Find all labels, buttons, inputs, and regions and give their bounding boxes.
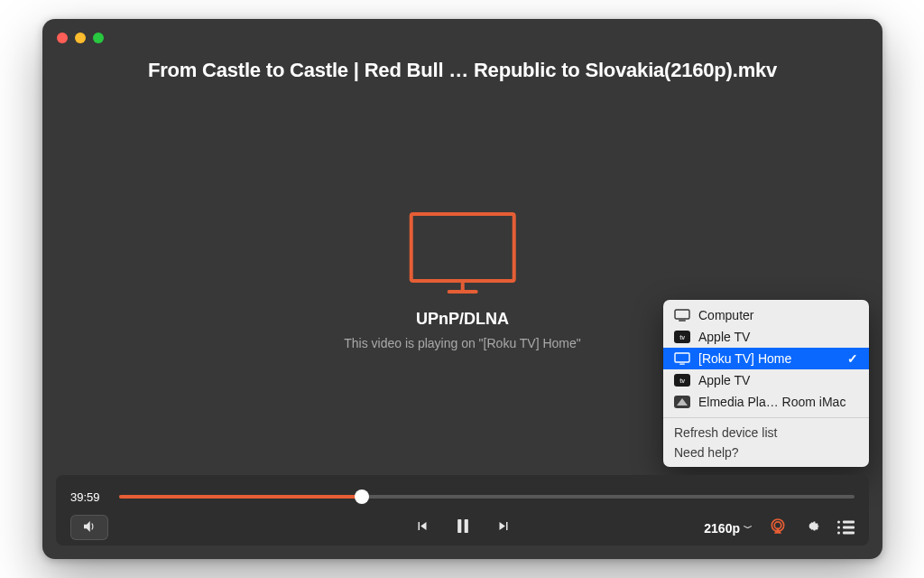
settings-button[interactable]: [803, 517, 821, 538]
playlist-icon: [837, 521, 855, 535]
device-menu-label: Apple TV: [698, 373, 750, 387]
playlist-button[interactable]: [837, 521, 855, 535]
gear-icon: [803, 524, 821, 538]
svg-rect-1: [679, 320, 686, 322]
pause-button[interactable]: [454, 516, 472, 540]
svg-rect-5: [464, 519, 467, 533]
device-menu-label: Elmedia Pla… Room iMac: [698, 395, 845, 409]
tv-icon: [674, 352, 690, 365]
skip-previous-icon: [414, 518, 430, 537]
playback-controls-bar: 39:59: [56, 475, 869, 545]
seek-knob[interactable]: [355, 489, 369, 504]
window-close-button[interactable]: [57, 33, 68, 43]
svg-rect-0: [675, 310, 689, 319]
player-window: From Castle to Castle | Red Bull … Repub…: [42, 19, 882, 559]
airplay-icon: [769, 524, 787, 538]
tv-icon: [408, 205, 516, 294]
cast-protocol-label: UPnP/DLNA: [416, 310, 509, 329]
next-track-button[interactable]: [495, 518, 512, 537]
cast-button[interactable]: [769, 517, 787, 538]
window-minimize-button[interactable]: [75, 33, 86, 43]
controls-row: 2160p ﹀: [70, 509, 855, 545]
device-menu-label: Apple TV: [698, 330, 750, 344]
elmedia-icon: [674, 396, 690, 408]
window-fullscreen-button[interactable]: [93, 33, 104, 43]
svg-rect-2: [675, 353, 689, 362]
quality-selector[interactable]: 2160p ﹀: [704, 520, 753, 535]
elapsed-time-label: 39:59: [70, 490, 108, 504]
secondary-controls: 2160p ﹀: [704, 517, 855, 538]
skip-next-icon: [495, 518, 512, 537]
progress-row: 39:59: [70, 484, 855, 509]
device-menu-item-selected[interactable]: [Roku TV] Home ✓: [663, 348, 869, 369]
quality-label: 2160p: [704, 520, 740, 535]
device-menu-item[interactable]: Computer: [663, 304, 869, 326]
device-menu-item[interactable]: tv Apple TV: [663, 369, 869, 391]
video-title: From Castle to Castle | Red Bull … Repub…: [42, 59, 882, 82]
speaker-icon: [81, 518, 97, 537]
volume-button[interactable]: [70, 515, 108, 540]
device-menu-label: [Roku TV] Home: [698, 351, 791, 366]
menu-action-label: Need help?: [674, 445, 739, 460]
svg-rect-4: [457, 519, 461, 533]
pause-icon: [454, 516, 472, 540]
apple-tv-icon: tv: [674, 331, 690, 343]
cast-status-panel: UPnP/DLNA This video is playing on "[Rok…: [344, 205, 581, 350]
transport-controls: [414, 516, 512, 540]
chevron-down-icon: ﹀: [744, 521, 753, 534]
computer-icon: [674, 309, 690, 322]
apple-tv-icon: tv: [674, 374, 690, 387]
seek-fill: [119, 495, 362, 499]
svg-rect-3: [679, 363, 685, 364]
device-menu-item[interactable]: Elmedia Pla… Room iMac: [663, 391, 869, 413]
device-menu-item[interactable]: tv Apple TV: [663, 326, 869, 348]
device-menu-label: Computer: [698, 308, 753, 322]
need-help-link[interactable]: Need help?: [663, 443, 869, 462]
cast-device-menu: Computer tv Apple TV [Roku TV] Home ✓ tv…: [663, 300, 869, 467]
window-traffic-lights: [57, 33, 104, 43]
previous-track-button[interactable]: [414, 518, 430, 537]
checkmark-icon: ✓: [847, 351, 858, 366]
seek-bar[interactable]: [119, 488, 855, 506]
refresh-device-list[interactable]: Refresh device list: [663, 423, 869, 443]
menu-divider: [663, 417, 869, 418]
menu-action-label: Refresh device list: [674, 425, 777, 440]
cast-status-text: This video is playing on "[Roku TV] Home…: [344, 336, 581, 350]
